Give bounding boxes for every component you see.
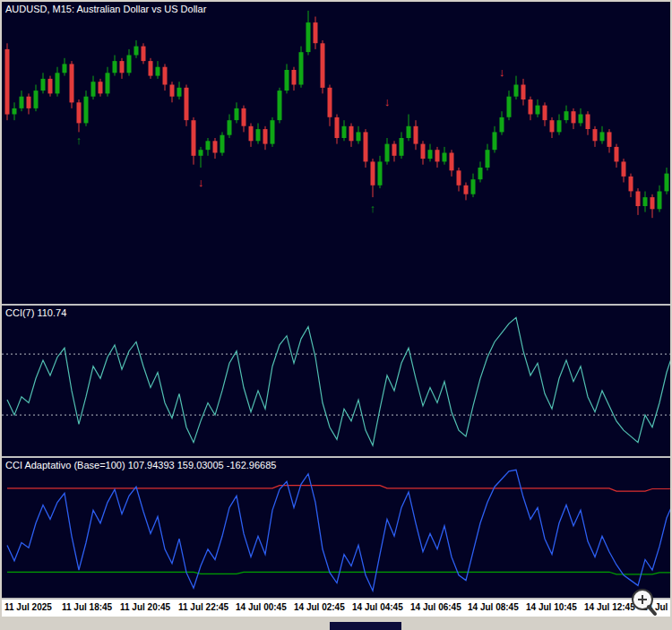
- cci-line-svg: [2, 306, 670, 456]
- cci-indicator-panel[interactable]: CCI(7) 110.74: [2, 306, 670, 456]
- svg-text:↓: ↓: [499, 65, 505, 79]
- price-chart-panel[interactable]: ↑↓↑↓↓ AUDUSD, M15: Australian Dollar vs …: [2, 2, 670, 304]
- svg-text:↑: ↑: [76, 134, 82, 147]
- time-label: 14 Jul 10:45: [526, 602, 577, 612]
- cci-indicator-title: CCI(7) 110.74: [5, 307, 66, 319]
- time-label: 14 Jul 08:45: [468, 602, 519, 612]
- time-label: 11 Jul 18:45: [62, 602, 112, 612]
- time-label: 14 Jul 02:45: [294, 602, 345, 612]
- svg-text:↓: ↓: [198, 176, 204, 189]
- time-label: 11 Jul 2025: [4, 602, 52, 612]
- cci-adaptativo-title: CCI Adaptativo (Base=100) 107.94393 159.…: [5, 460, 276, 471]
- candlestick-svg: ↑↓↑↓↓: [2, 2, 670, 304]
- taskbar-sliver: [330, 622, 401, 630]
- svg-text:↑: ↑: [370, 202, 376, 215]
- cci-adaptativo-svg: [2, 458, 670, 598]
- zoom-in-icon[interactable]: [628, 586, 662, 620]
- time-label: 14 Jul 04:45: [352, 602, 403, 612]
- svg-text:↓: ↓: [384, 95, 391, 108]
- magnifier-plus-icon: [628, 586, 662, 620]
- time-label: 11 Jul 20:45: [120, 602, 170, 612]
- time-label: 14 Jul 00:45: [236, 602, 287, 612]
- cci-adaptativo-panel[interactable]: CCI Adaptativo (Base=100) 107.94393 159.…: [2, 458, 670, 598]
- chart-area: ↑↓↑↓↓ AUDUSD, M15: Australian Dollar vs …: [2, 2, 670, 617]
- time-label: 11 Jul 22:45: [178, 602, 228, 612]
- time-label: 14 Jul 06:45: [410, 602, 461, 612]
- bottom-strip: [0, 617, 672, 630]
- mt4-chart-window: ↑↓↑↓↓ AUDUSD, M15: Australian Dollar vs …: [0, 0, 672, 630]
- time-axis[interactable]: 11 Jul 2025 11 Jul 18:45 11 Jul 20:45 11…: [2, 600, 670, 617]
- chart-title: AUDUSD, M15: Australian Dollar vs US Dol…: [5, 4, 206, 15]
